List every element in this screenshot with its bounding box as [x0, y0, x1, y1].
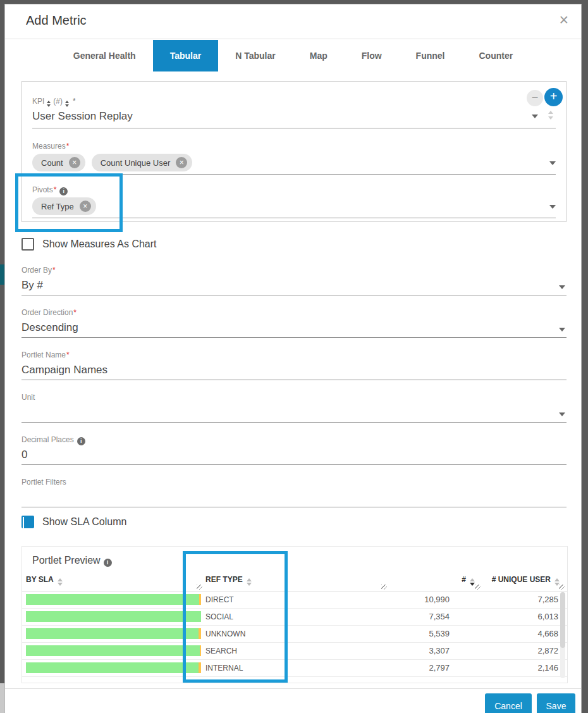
- sla-bar: [26, 611, 201, 622]
- tab-n-tabular[interactable]: N Tabular: [218, 40, 293, 71]
- pivots-chips-row[interactable]: Ref Type ×: [32, 197, 556, 218]
- chevron-down-icon[interactable]: [559, 285, 565, 289]
- preview-scrollbar[interactable]: [560, 592, 565, 678]
- pivots-label: Pivots*i: [32, 185, 556, 194]
- table-row: SEARCH 3,307 2,872: [22, 643, 567, 660]
- kpi-sort-icon: [65, 101, 69, 107]
- metric-type-tabs: General Health Tabular N Tabular Map Flo…: [18, 40, 568, 71]
- info-icon: i: [77, 437, 85, 445]
- pivots-select[interactable]: Pivots*i Ref Type ×: [32, 185, 556, 218]
- order-direction-select[interactable]: Order Direction* Descending: [21, 308, 567, 338]
- sort-desc-icon: [470, 578, 475, 586]
- sla-bar-tip: [199, 628, 201, 639]
- remove-chip-icon[interactable]: ×: [80, 201, 91, 212]
- footer-divider: [5, 688, 581, 689]
- table-row: DIRECT 10,990 7,285: [22, 592, 567, 609]
- measures-chips-row[interactable]: Count × Count Unique User ×: [32, 154, 556, 175]
- measure-chip: Count ×: [32, 154, 85, 171]
- checkbox-checked[interactable]: [21, 516, 34, 528]
- sla-bar: [26, 594, 201, 605]
- sla-bar-tip: [199, 662, 201, 673]
- show-sla-column-checkbox[interactable]: Show SLA Column: [21, 516, 126, 528]
- close-icon[interactable]: ×: [559, 12, 568, 28]
- chevron-down-icon[interactable]: [532, 115, 538, 118]
- decimal-places-input[interactable]: Decimal Placesi 0: [21, 435, 567, 465]
- show-measures-as-chart-checkbox[interactable]: Show Measures As Chart: [21, 238, 157, 251]
- portlet-name-input[interactable]: Portlet Name* Campaign Names: [21, 350, 567, 380]
- column-resize-handle[interactable]: [197, 585, 202, 590]
- form-fields: Order By* By # Order Direction* Descendi…: [21, 266, 567, 520]
- column-header-count[interactable]: #: [462, 575, 475, 586]
- portlet-preview-title: Portlet Previewi: [32, 555, 112, 567]
- sla-bar-tip: [199, 594, 201, 605]
- chevron-down-icon[interactable]: [559, 328, 565, 332]
- sla-bar: [26, 645, 201, 656]
- portlet-filters-input[interactable]: Portlet Filters: [21, 478, 567, 507]
- pivot-chip: Ref Type ×: [32, 197, 96, 215]
- tab-general-health[interactable]: General Health: [56, 40, 153, 71]
- table-row: SOCIAL 7,354 6,013: [22, 609, 567, 626]
- unit-select[interactable]: Unit: [21, 393, 567, 423]
- kpi-group-panel: − + KPI(#)* User Session Replay Measures…: [21, 81, 567, 222]
- chevron-down-icon[interactable]: [549, 205, 556, 209]
- kpi-label: KPI(#)*: [32, 97, 556, 106]
- kpi-sort-icon: [47, 101, 51, 107]
- preview-table-body: DIRECT 10,990 7,285 SOCIAL 7,354 6,013 U…: [22, 592, 567, 677]
- table-row: INTERNAL 2,797 2,146: [22, 660, 567, 677]
- dialog-title: Add Metric: [26, 13, 87, 28]
- info-icon: i: [59, 187, 68, 195]
- sla-bar: [26, 662, 201, 673]
- sort-icon: [58, 578, 63, 586]
- order-by-select[interactable]: Order By* By #: [21, 266, 567, 295]
- sla-bar-tip: [200, 645, 201, 656]
- sla-bar: [26, 628, 201, 639]
- tab-tabular[interactable]: Tabular: [153, 40, 219, 71]
- table-row: UNKNOWN 5,539 4,668: [22, 626, 567, 643]
- column-header-by-sla[interactable]: BY SLA: [26, 575, 63, 586]
- measures-select[interactable]: Measures* Count × Count Unique User ×: [32, 142, 556, 175]
- chevron-down-icon[interactable]: [559, 412, 565, 416]
- column-resize-handle[interactable]: [475, 585, 481, 590]
- tab-counter[interactable]: Counter: [462, 40, 530, 71]
- tab-funnel[interactable]: Funnel: [399, 40, 462, 71]
- chevron-down-icon[interactable]: [549, 161, 556, 165]
- scrollbar-thumb[interactable]: [560, 592, 565, 648]
- preview-table-header: BY SLA REF TYPE # # UNIQUE USER: [22, 571, 567, 592]
- tab-map[interactable]: Map: [293, 40, 345, 71]
- column-header-unique-user[interactable]: # UNIQUE USER: [492, 575, 560, 586]
- dialog-header: Add Metric ×: [5, 4, 581, 39]
- column-resize-handle[interactable]: [559, 585, 565, 590]
- background-sidebar-accent: [0, 264, 4, 285]
- sort-icon: [247, 578, 252, 586]
- remove-chip-icon[interactable]: ×: [69, 157, 80, 168]
- column-header-ref-type[interactable]: REF TYPE: [205, 575, 252, 586]
- background-page-footer: [0, 683, 4, 713]
- info-icon: i: [104, 559, 112, 567]
- kpi-reorder-spinner-icon[interactable]: [548, 111, 553, 120]
- portlet-preview-panel: Portlet Previewi BY SLA REF TYPE # # UNI…: [21, 546, 568, 683]
- add-metric-dialog: Add Metric × General Health Tabular N Ta…: [4, 4, 582, 713]
- tab-flow[interactable]: Flow: [345, 40, 399, 71]
- cancel-button[interactable]: Cancel: [485, 693, 532, 713]
- save-button[interactable]: Save: [537, 693, 575, 713]
- check-icon: [23, 517, 24, 529]
- kpi-select-value[interactable]: User Session Replay: [32, 110, 556, 128]
- kpi-select[interactable]: KPI(#)* User Session Replay: [32, 97, 556, 128]
- remove-chip-icon[interactable]: ×: [176, 157, 187, 168]
- column-resize-handle[interactable]: [381, 585, 387, 590]
- measure-chip: Count Unique User ×: [92, 154, 193, 171]
- measures-label: Measures*: [32, 142, 556, 151]
- checkbox-unchecked[interactable]: [21, 238, 34, 251]
